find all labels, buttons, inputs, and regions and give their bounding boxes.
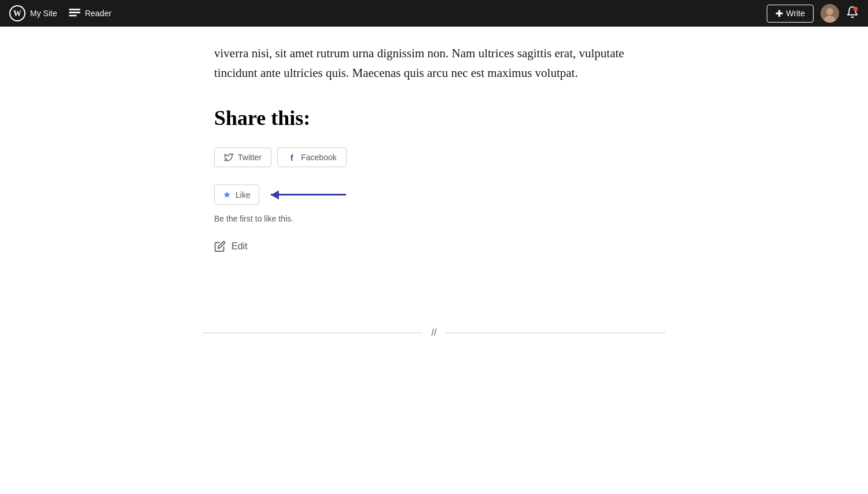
share-section: Share this: Twitter f Facebook ★ Like — [203, 94, 665, 293]
like-section: ★ Like — [214, 185, 654, 205]
footer-divider: // — [203, 316, 665, 349]
write-label: Write — [786, 9, 805, 18]
my-site-label: My Site — [30, 9, 57, 18]
reader-label: Reader — [85, 9, 112, 18]
main-content: viverra nisi, sit amet rutrum urna digni… — [203, 0, 665, 349]
annotation-arrow — [271, 194, 346, 196]
share-buttons: Twitter f Facebook — [214, 148, 654, 167]
facebook-icon: f — [287, 153, 296, 162]
divider-left — [203, 333, 422, 333]
topbar-left: W My Site Reader — [9, 5, 112, 21]
write-button[interactable]: ✚ Write — [767, 5, 814, 23]
like-label: Like — [236, 190, 251, 200]
edit-link[interactable]: Edit — [231, 241, 248, 252]
share-title: Share this: — [214, 106, 654, 130]
edit-section: Edit — [214, 241, 654, 252]
like-button[interactable]: ★ Like — [214, 185, 259, 205]
twitter-share-button[interactable]: Twitter — [214, 148, 271, 167]
twitter-icon — [224, 153, 233, 162]
svg-text:W: W — [13, 9, 21, 18]
be-first-text: Be the first to like this. — [214, 214, 654, 223]
edit-icon — [214, 241, 226, 252]
divider-right — [446, 333, 665, 333]
topbar-right: ✚ Write — [767, 4, 859, 23]
avatar[interactable] — [821, 4, 839, 23]
write-plus-icon: ✚ — [775, 8, 783, 19]
article-body-text: viverra nisi, sit amet rutrum urna digni… — [203, 27, 665, 94]
wordpress-icon: W — [9, 5, 25, 21]
notifications-bell[interactable] — [846, 6, 859, 21]
svg-rect-4 — [69, 15, 76, 17]
reader-link[interactable]: Reader — [69, 9, 112, 18]
facebook-share-button[interactable]: f Facebook — [277, 148, 346, 167]
twitter-label: Twitter — [238, 153, 262, 162]
my-site-link[interactable]: W My Site — [9, 5, 57, 21]
svg-point-6 — [826, 8, 833, 15]
reader-icon — [69, 9, 80, 18]
svg-rect-2 — [69, 9, 80, 10]
arrow-annotation — [271, 194, 346, 196]
topbar: W My Site Reader ✚ Write — [0, 0, 868, 27]
like-star-icon: ★ — [223, 189, 231, 200]
divider-text: // — [422, 327, 446, 338]
facebook-label: Facebook — [301, 153, 336, 162]
svg-point-8 — [854, 6, 858, 10]
svg-rect-3 — [69, 12, 80, 13]
